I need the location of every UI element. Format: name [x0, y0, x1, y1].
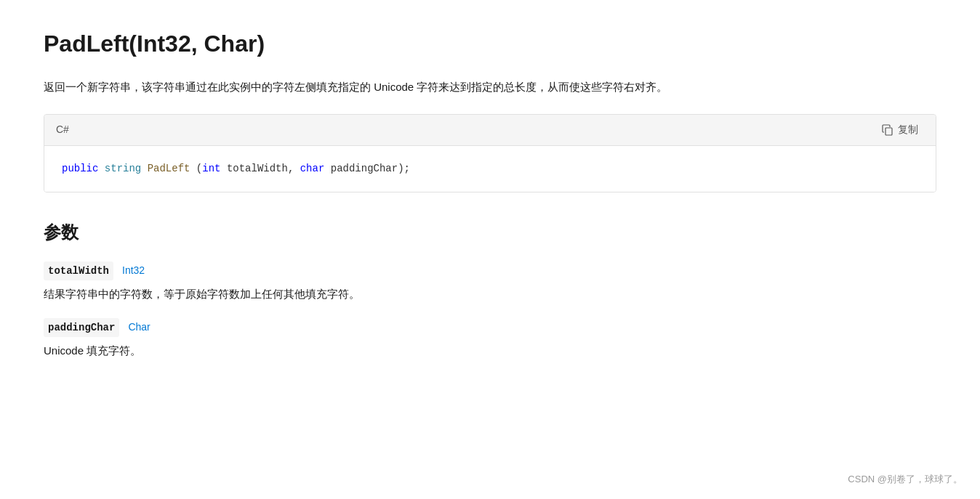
copy-button[interactable]: 复制: [876, 121, 924, 139]
copy-label: 复制: [898, 123, 918, 137]
param-type-paddingchar: Char: [128, 319, 150, 335]
param-name-paddingchar: paddingChar: [44, 318, 119, 337]
param-item-totalwidth: totalWidth Int32 结果字符串中的字符数，等于原始字符数加上任何其…: [44, 261, 936, 304]
svg-rect-0: [885, 128, 892, 135]
description-text: 返回一个新字符串，该字符串通过在此实例中的字符左侧填充指定的 Unicode 字…: [44, 77, 901, 97]
footer-note: CSDN @别卷了，球球了。: [848, 472, 963, 487]
param-type-totalwidth: Int32: [122, 262, 145, 278]
code-content: public string PadLeft (int totalWidth, c…: [62, 161, 918, 178]
copy-icon: [882, 124, 893, 136]
param-desc-totalwidth: 结果字符串中的字符数，等于原始字符数加上任何其他填充字符。: [44, 285, 936, 304]
param-item-paddingchar: paddingChar Char Unicode 填充字符。: [44, 318, 936, 360]
code-block-container: C# 复制 public string PadLeft (int totalWi…: [44, 114, 936, 193]
code-block-body: public string PadLeft (int totalWidth, c…: [44, 146, 936, 192]
param-header-totalwidth: totalWidth Int32: [44, 261, 936, 280]
page-title: PadLeft(Int32, Char): [44, 29, 936, 60]
params-section: 参数 totalWidth Int32 结果字符串中的字符数，等于原始字符数加上…: [44, 219, 936, 360]
param-desc-paddingchar: Unicode 填充字符。: [44, 341, 936, 360]
code-lang-label: C#: [56, 121, 69, 137]
param-header-paddingchar: paddingChar Char: [44, 318, 936, 337]
params-section-title: 参数: [44, 219, 936, 246]
code-block-header: C# 复制: [44, 115, 936, 146]
param-name-totalwidth: totalWidth: [44, 261, 113, 280]
